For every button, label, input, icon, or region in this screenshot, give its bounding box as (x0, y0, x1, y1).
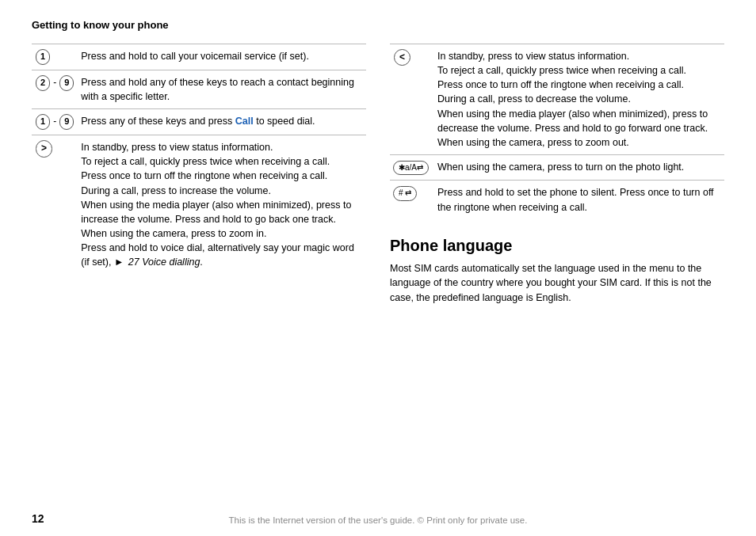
table-row: < In standby, press to view status infor… (390, 44, 724, 155)
key-badge-vol-down: < (394, 49, 410, 66)
table-row: ✱a/A⇄ When using the camera, press to tu… (390, 154, 724, 181)
key-range-1-9: 1 - 9 (35, 114, 74, 130)
key-cell: 1 (32, 44, 78, 70)
key-range-2-9: 2 - 9 (35, 75, 74, 91)
key-description: When using the camera, press to turn on … (434, 154, 724, 181)
voice-dialling-link: 27 Voice dialling (128, 257, 200, 268)
key-badge-vol-up: > (36, 140, 52, 157)
right-column: < In standby, press to view status infor… (382, 44, 724, 306)
key-badge-1b: 1 (36, 114, 50, 130)
phone-language-title: Phone language (390, 237, 724, 255)
key-description: In standby, press to view status informa… (434, 44, 724, 155)
key-cell: ✱a/A⇄ (390, 154, 434, 181)
key-dash: - (53, 115, 56, 128)
key-badge-star-a: ✱a/A⇄ (393, 161, 429, 176)
key-cell: 1 - 9 (32, 109, 78, 135)
page-header: Getting to know your phone (32, 19, 724, 31)
two-column-layout: 1 Press and hold to call your voicemail … (32, 44, 724, 306)
table-row: 1 Press and hold to call your voicemail … (32, 44, 366, 70)
key-description: Press any of these keys and press Call t… (78, 109, 366, 135)
table-row: > In standby, press to view status infor… (32, 135, 366, 275)
call-link: Call (235, 116, 254, 127)
table-row: 2 - 9 Press and hold any of these keys t… (32, 70, 366, 108)
arrow-icon: ► (114, 255, 124, 269)
key-description: Press and hold to set the phone to silen… (434, 181, 724, 219)
left-key-table: 1 Press and hold to call your voicemail … (32, 44, 366, 274)
key-dash: - (53, 76, 56, 89)
key-description: In standby, press to view status informa… (78, 135, 366, 275)
right-key-table: < In standby, press to view status infor… (390, 44, 724, 219)
key-description: Press and hold to call your voicemail se… (78, 44, 366, 70)
left-column: 1 Press and hold to call your voicemail … (32, 44, 382, 306)
key-badge-1: 1 (36, 49, 50, 65)
footer-disclaimer: This is the Internet version of the user… (0, 515, 756, 525)
header-title: Getting to know your phone (32, 19, 169, 31)
table-row: 1 - 9 Press any of these keys and press … (32, 109, 366, 135)
key-cell: < (390, 44, 434, 155)
key-cell: > (32, 135, 78, 275)
page: Getting to know your phone 1 Press and h… (0, 0, 756, 536)
key-badge-9: 9 (59, 75, 74, 91)
key-description: Press and hold any of these keys to reac… (78, 70, 366, 108)
key-badge-2: 2 (36, 75, 50, 91)
key-cell: # ⇄ (390, 181, 434, 219)
table-row: # ⇄ Press and hold to set the phone to s… (390, 181, 724, 219)
key-cell: 2 - 9 (32, 70, 78, 108)
key-badge-hash-r: # ⇄ (393, 186, 417, 201)
key-badge-9b: 9 (59, 114, 74, 130)
phone-language-body: Most SIM cards automatically set the lan… (390, 261, 724, 306)
